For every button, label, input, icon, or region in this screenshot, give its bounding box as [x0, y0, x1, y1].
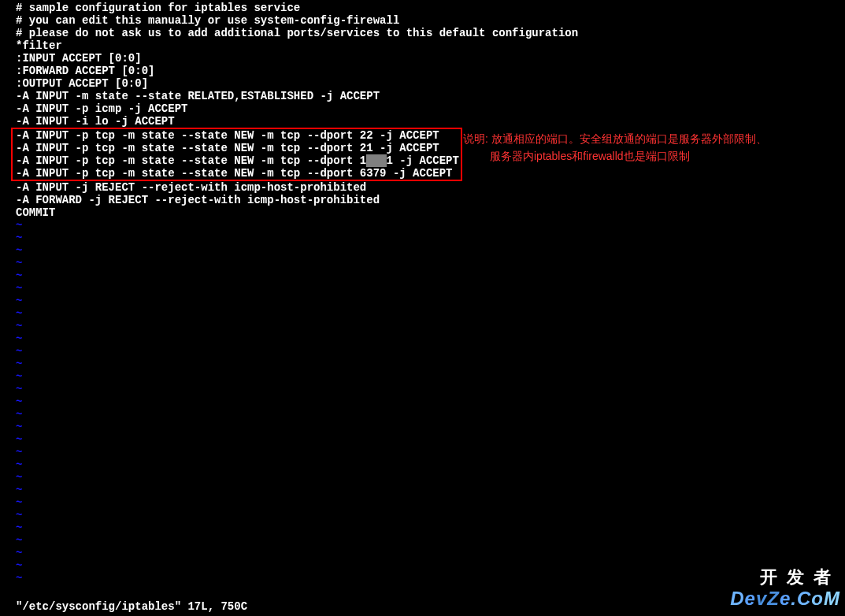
config-line: COMMIT	[16, 206, 845, 219]
empty-line-marker: ~	[16, 345, 845, 358]
empty-line-marker: ~	[16, 521, 845, 534]
config-line: :FORWARD ACCEPT [0:0]	[16, 65, 845, 77]
empty-line-marker: ~	[16, 534, 845, 547]
highlighted-rules-box: -A INPUT -p tcp -m state --state NEW -m …	[11, 128, 462, 181]
empty-line-marker: ~	[16, 559, 845, 572]
config-line-highlighted: -A INPUT -p tcp -m state --state NEW -m …	[16, 142, 459, 154]
empty-line-marker: ~	[16, 295, 845, 307]
empty-line-marker: ~	[16, 257, 845, 269]
empty-line-marker: ~	[16, 370, 845, 383]
empty-line-marker: ~	[16, 421, 845, 433]
config-line: -A INPUT -p icmp -j ACCEPT	[16, 102, 845, 115]
config-line: :INPUT ACCEPT [0:0]	[16, 52, 845, 65]
empty-line-marker: ~	[16, 232, 845, 244]
empty-line-marker: ~	[16, 509, 845, 521]
config-line: # please do not ask us to add additional…	[16, 27, 845, 39]
empty-line-marker: ~	[16, 332, 845, 345]
config-line-highlighted: -A INPUT -p tcp -m state --state NEW -m …	[16, 167, 459, 180]
config-line: :OUTPUT ACCEPT [0:0]	[16, 77, 845, 90]
config-line: *filter	[16, 39, 845, 52]
censored-port: ███	[366, 154, 386, 167]
config-line-highlighted: -A INPUT -p tcp -m state --state NEW -m …	[16, 154, 459, 167]
empty-line-marker: ~	[16, 471, 845, 484]
empty-line-marker: ~	[16, 408, 845, 421]
watermark-text-bottom: DevZe.CoM	[730, 588, 840, 610]
empty-line-marker: ~	[16, 219, 845, 232]
config-line: -A INPUT -m state --state RELATED,ESTABL…	[16, 90, 845, 102]
empty-line-marker: ~	[16, 496, 845, 509]
config-line: # you can edit this manually or use syst…	[16, 14, 845, 27]
config-line: -A INPUT -i lo -j ACCEPT	[16, 115, 845, 128]
annotation-text-2: 服务器内iptables和firewalld也是端口限制	[490, 148, 690, 164]
empty-line-marker: ~	[16, 458, 845, 471]
config-line-highlighted: -A INPUT -p tcp -m state --state NEW -m …	[16, 129, 459, 142]
empty-line-marker: ~	[16, 547, 845, 559]
empty-line-marker: ~	[16, 244, 845, 257]
config-line: -A FORWARD -j REJECT --reject-with icmp-…	[16, 194, 845, 206]
empty-line-marker: ~	[16, 269, 845, 282]
empty-line-marker: ~	[16, 282, 845, 295]
config-line: -A INPUT -j REJECT --reject-with icmp-ho…	[16, 181, 845, 194]
empty-line-marker: ~	[16, 395, 845, 408]
annotation-text-1: 说明: 放通相应的端口。安全组放通的端口是服务器外部限制、	[463, 131, 767, 147]
empty-line-marker: ~	[16, 446, 845, 458]
empty-line-marker: ~	[16, 572, 845, 584]
terminal-editor[interactable]: # sample configuration for iptables serv…	[0, 0, 845, 584]
config-line: # sample configuration for iptables serv…	[16, 2, 845, 14]
empty-line-marker: ~	[16, 307, 845, 320]
empty-line-marker: ~	[16, 383, 845, 395]
vim-status-line: "/etc/sysconfig/iptables" 17L, 750C	[16, 600, 247, 613]
watermark-text-top: 开发者	[730, 566, 840, 589]
watermark: 开发者 DevZe.CoM	[730, 566, 840, 610]
empty-line-marker: ~	[16, 320, 845, 332]
empty-line-marker: ~	[16, 433, 845, 446]
empty-line-marker: ~	[16, 484, 845, 496]
empty-line-marker: ~	[16, 358, 845, 370]
